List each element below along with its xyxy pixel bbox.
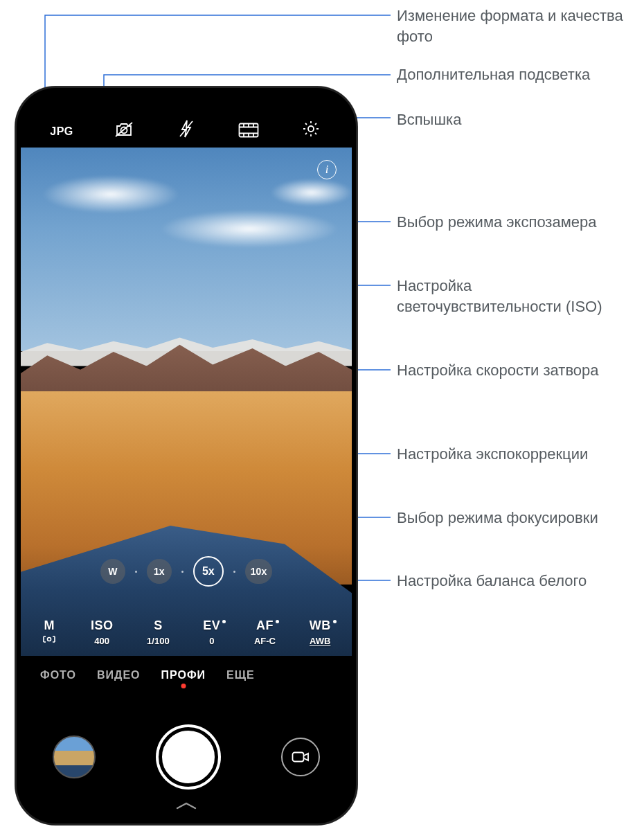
svg-point-22 <box>48 638 51 641</box>
extra-light-button[interactable] <box>93 121 155 138</box>
camera-off-icon <box>114 121 134 138</box>
param-label: M <box>44 618 55 633</box>
annot-light: Дополнительная подсветка <box>397 64 632 85</box>
param-value: 400 <box>91 636 114 646</box>
param-label: S <box>154 618 163 633</box>
zoom-sep <box>135 571 137 573</box>
zoom-sep <box>181 571 184 573</box>
annot-shutter: Настройка скорости затвора <box>397 360 632 381</box>
zoom-row: W 1x 5x 10x <box>21 556 352 587</box>
param-value: 0 <box>203 636 220 646</box>
mode-photo[interactable]: ФОТО <box>40 669 76 681</box>
annot-metering: Выбор режима экспозамера <box>397 212 632 233</box>
param-value: 1/100 <box>147 636 170 646</box>
param-af[interactable]: AF AF-C <box>254 618 276 646</box>
aspect-button[interactable] <box>217 123 280 138</box>
metering-icon <box>42 634 57 644</box>
info-button[interactable]: i <box>317 160 337 179</box>
param-label: WB <box>310 618 331 633</box>
switch-camera-button[interactable] <box>281 738 320 776</box>
param-metering[interactable]: M <box>42 618 57 646</box>
annot-format: Изменение формата и качества фото <box>397 6 632 46</box>
annot-flash: Вспышка <box>397 109 632 130</box>
zoom-sep <box>233 571 235 573</box>
svg-rect-23 <box>293 753 304 762</box>
param-label: AF <box>256 618 274 633</box>
pro-params: M ISO 400 S 1/100 <box>21 618 352 646</box>
video-icon <box>292 751 310 763</box>
viewfinder[interactable]: i W 1x 5x 10x M <box>21 148 352 656</box>
annot-wb: Настройка баланса белого <box>397 571 632 591</box>
mode-more[interactable]: ЕЩЕ <box>226 669 255 681</box>
param-iso[interactable]: ISO 400 <box>91 618 114 646</box>
zoom-1x[interactable]: 1x <box>147 559 172 584</box>
settings-button[interactable] <box>280 120 342 138</box>
svg-point-21 <box>308 126 314 132</box>
bottom-controls <box>21 695 352 819</box>
film-icon <box>238 123 259 138</box>
mode-tabs: ФОТО ВИДЕО ПРОФИ ЕЩЕ <box>21 656 352 695</box>
param-label: ISO <box>91 618 114 633</box>
screen: JPG <box>21 92 352 819</box>
format-label: JPG <box>50 125 73 138</box>
zoom-10x[interactable]: 10x <box>245 559 272 584</box>
info-icon: i <box>325 163 329 177</box>
param-ev[interactable]: EV 0 <box>203 618 220 646</box>
param-wb[interactable]: WB AWB <box>310 618 331 646</box>
shutter-button[interactable] <box>159 727 218 787</box>
annot-ev: Настройка экспокоррекции <box>397 444 632 465</box>
zoom-5x[interactable]: 5x <box>193 556 224 587</box>
phone-frame: JPG <box>15 87 357 825</box>
svg-line-10 <box>116 123 132 136</box>
flash-off-icon <box>179 120 194 138</box>
mode-pro[interactable]: ПРОФИ <box>161 669 206 681</box>
zoom-w[interactable]: W <box>100 559 125 584</box>
gallery-thumbnail[interactable] <box>53 736 96 778</box>
gear-icon <box>302 120 320 138</box>
mode-video[interactable]: ВИДЕО <box>97 669 141 681</box>
annot-focus: Выбор режима фокусировки <box>397 508 632 528</box>
notch <box>124 92 249 110</box>
nav-chevron-up-icon[interactable] <box>175 798 198 814</box>
flash-button[interactable] <box>155 120 217 138</box>
param-shutter[interactable]: S 1/100 <box>147 618 170 646</box>
param-value: AF-C <box>254 636 276 646</box>
annot-iso: Настройка светочувствительности (ISO) <box>397 276 632 317</box>
format-button[interactable]: JPG <box>30 125 93 138</box>
param-value: AWB <box>310 636 331 646</box>
param-label: EV <box>203 618 220 633</box>
